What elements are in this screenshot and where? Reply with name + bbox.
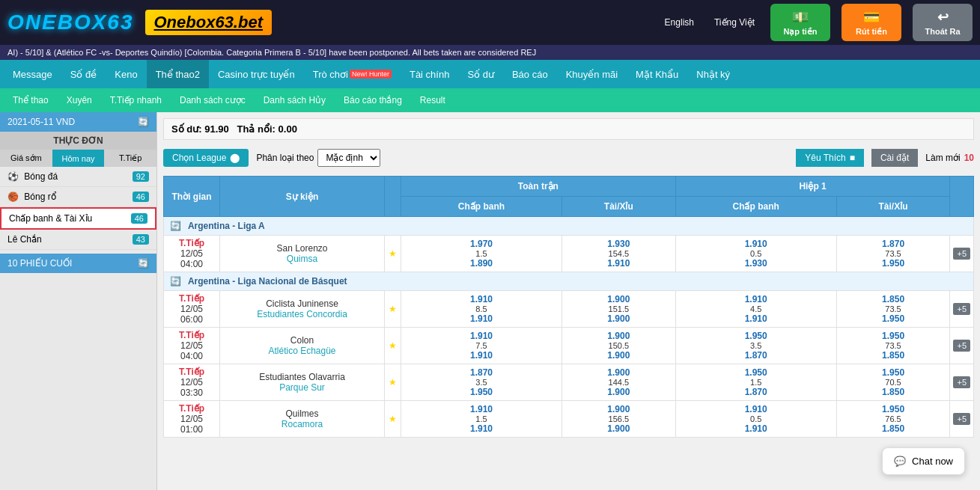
section-refresh-icon[interactable]: 🔄 bbox=[170, 221, 181, 231]
tai2-odd[interactable]: 1.900 bbox=[607, 350, 630, 361]
tai1-odd[interactable]: 1.900 bbox=[607, 331, 630, 341]
sidebar-item-chap-banh[interactable]: Chấp banh & Tài Xỉu 46 bbox=[0, 207, 156, 230]
tai2-odd[interactable]: 1.900 bbox=[607, 387, 630, 397]
chon-league-button[interactable]: Chọn League ⬤ bbox=[163, 149, 249, 167]
nav-tai-chinh[interactable]: Tài chính bbox=[401, 60, 458, 88]
h1-tai2-odd[interactable]: 1.850 bbox=[882, 387, 904, 397]
chap1-odd[interactable]: 1.910 bbox=[470, 331, 493, 341]
h1-tai2-odd[interactable]: 1.950 bbox=[882, 258, 904, 269]
tai1-odd[interactable]: 1.930 bbox=[607, 239, 630, 249]
subnav-the-thao[interactable]: Thể thao bbox=[4, 88, 58, 112]
tai2-odd[interactable]: 1.900 bbox=[607, 423, 630, 434]
h1-tai1-odd[interactable]: 1.850 bbox=[882, 294, 904, 304]
subnav-danh-sach-huy[interactable]: Danh sách Hủy bbox=[255, 88, 335, 112]
phan-loai-select[interactable]: Mặc định bbox=[317, 149, 380, 167]
sidebar-refresh-icon[interactable]: 🔄 bbox=[138, 117, 149, 127]
h1-chap1-odd[interactable]: 1.910 bbox=[745, 404, 767, 414]
star-cell[interactable]: ★ bbox=[385, 236, 401, 272]
nav-message[interactable]: Message bbox=[4, 60, 61, 88]
favorite-star[interactable]: ★ bbox=[389, 304, 397, 314]
rut-tien-button[interactable]: 💳 Rút tiền bbox=[841, 4, 901, 41]
nav-casino[interactable]: Casino trực tuyến bbox=[209, 60, 304, 88]
h1-chap1-odd[interactable]: 1.910 bbox=[745, 239, 767, 249]
tai1-odd[interactable]: 1.900 bbox=[607, 404, 630, 414]
tai1-odd[interactable]: 1.900 bbox=[607, 294, 630, 304]
chap1-odd[interactable]: 1.870 bbox=[470, 367, 493, 378]
chap1-odd[interactable]: 1.910 bbox=[470, 294, 493, 304]
h1-tai2-odd[interactable]: 1.850 bbox=[882, 423, 904, 434]
nav-tro-choi[interactable]: Trò chơi New! Hunter bbox=[304, 60, 401, 88]
nav-keno[interactable]: Keno bbox=[106, 60, 146, 88]
chap2-odd[interactable]: 1.910 bbox=[470, 350, 493, 361]
plus-btn-cell[interactable]: +5 bbox=[950, 236, 974, 272]
nav-mat-khau[interactable]: Mặt Khẩu bbox=[627, 60, 687, 88]
cai-dat-button[interactable]: Cài đặt bbox=[871, 149, 918, 167]
plus-more-button[interactable]: +5 bbox=[953, 376, 970, 388]
sidebar-item-bong-ro[interactable]: 🏀 Bóng rổ 46 bbox=[0, 187, 156, 207]
plus-more-button[interactable]: +5 bbox=[953, 303, 970, 315]
subnav-xuyen[interactable]: Xuyên bbox=[58, 88, 101, 112]
plus-more-button[interactable]: +5 bbox=[953, 340, 970, 352]
chap2-odd[interactable]: 1.890 bbox=[470, 258, 493, 269]
nav-the-thao2[interactable]: Thể thao2 bbox=[147, 60, 209, 88]
h1-tai1-odd[interactable]: 1.950 bbox=[882, 404, 904, 414]
subnav-danh-sach-cuoc[interactable]: Danh sách cược bbox=[171, 88, 255, 112]
chap2-odd[interactable]: 1.910 bbox=[470, 423, 493, 434]
chap2-odd[interactable]: 1.910 bbox=[470, 313, 493, 324]
h1-chap1-odd[interactable]: 1.950 bbox=[745, 367, 767, 378]
subnav-result[interactable]: Result bbox=[411, 88, 454, 112]
h1-chap2-odd[interactable]: 1.870 bbox=[745, 387, 767, 397]
star-cell[interactable]: ★ bbox=[385, 401, 401, 438]
plus-more-button[interactable]: +5 bbox=[953, 248, 970, 260]
plus-btn-cell[interactable]: +5 bbox=[950, 364, 974, 401]
english-lang-btn[interactable]: English bbox=[660, 14, 699, 31]
nav-bao-cao[interactable]: Báo cáo bbox=[503, 60, 557, 88]
h1-tai1-odd[interactable]: 1.950 bbox=[882, 367, 904, 378]
plus-btn-cell[interactable]: +5 bbox=[950, 291, 974, 328]
nav-nhat-ky[interactable]: Nhật ký bbox=[687, 60, 739, 88]
favorite-star[interactable]: ★ bbox=[389, 414, 397, 424]
chap1-odd[interactable]: 1.970 bbox=[470, 239, 493, 249]
plus-btn-cell[interactable]: +5 bbox=[950, 401, 974, 438]
star-cell[interactable]: ★ bbox=[385, 328, 401, 364]
subnav-ttiep-nhanh[interactable]: T.Tiếp nhanh bbox=[101, 88, 171, 112]
h1-tai1-odd[interactable]: 1.870 bbox=[882, 239, 904, 249]
nav-so-de[interactable]: Số đề bbox=[61, 60, 106, 88]
nav-so-du[interactable]: Số dư bbox=[458, 60, 503, 88]
sidebar-bottom-refresh-icon[interactable]: 🔄 bbox=[138, 258, 149, 269]
favorite-star[interactable]: ★ bbox=[389, 377, 397, 388]
viet-lang-btn[interactable]: Tiếng Việt bbox=[710, 14, 759, 31]
thoat-ra-button[interactable]: ↩ Thoát Ra bbox=[913, 4, 973, 41]
h1-tai2-odd[interactable]: 1.950 bbox=[882, 313, 904, 324]
h1-chap2-odd[interactable]: 1.870 bbox=[745, 350, 767, 361]
tab-hom-nay[interactable]: Hôm nay bbox=[52, 150, 105, 167]
sidebar-item-le-chan[interactable]: Lê Chắn 43 bbox=[0, 230, 156, 250]
tab-gia-som[interactable]: Giá sớm bbox=[0, 150, 52, 167]
favorite-star[interactable]: ★ bbox=[389, 340, 397, 351]
h1-chap2-odd[interactable]: 1.910 bbox=[745, 423, 767, 434]
chap2-odd[interactable]: 1.950 bbox=[470, 387, 493, 397]
h1-chap1-odd[interactable]: 1.910 bbox=[745, 294, 767, 304]
chat-widget[interactable]: 💬 Chat now bbox=[882, 447, 965, 475]
subnav-bao-cao-thang[interactable]: Báo cáo thắng bbox=[335, 88, 411, 112]
section-refresh-icon[interactable]: 🔄 bbox=[170, 276, 181, 287]
chap1-odd[interactable]: 1.910 bbox=[470, 404, 493, 414]
tai2-odd[interactable]: 1.900 bbox=[607, 313, 630, 324]
tai1-odd[interactable]: 1.900 bbox=[607, 367, 630, 378]
favorite-star[interactable]: ★ bbox=[389, 248, 397, 259]
yeu-thich-button[interactable]: Yêu Thích ■ bbox=[796, 149, 864, 167]
nav-khuyen-mai[interactable]: Khuyến mãi bbox=[557, 60, 627, 88]
plus-more-button[interactable]: +5 bbox=[953, 413, 970, 425]
tai2-odd[interactable]: 1.910 bbox=[607, 258, 630, 269]
star-cell[interactable]: ★ bbox=[385, 291, 401, 328]
nap-tien-button[interactable]: 💵 Nạp tiền bbox=[770, 4, 830, 41]
h1-tai1-odd[interactable]: 1.950 bbox=[882, 331, 904, 341]
star-cell[interactable]: ★ bbox=[385, 364, 401, 401]
tab-ttiep[interactable]: T.Tiếp bbox=[104, 150, 156, 167]
h1-chap2-odd[interactable]: 1.930 bbox=[745, 258, 767, 269]
plus-btn-cell[interactable]: +5 bbox=[950, 328, 974, 364]
sidebar-item-bong-da[interactable]: ⚽ Bóng đá 92 bbox=[0, 167, 156, 187]
h1-chap2-odd[interactable]: 1.910 bbox=[745, 313, 767, 324]
h1-chap1-odd[interactable]: 1.950 bbox=[745, 331, 767, 341]
h1-tai2-odd[interactable]: 1.850 bbox=[882, 350, 904, 361]
